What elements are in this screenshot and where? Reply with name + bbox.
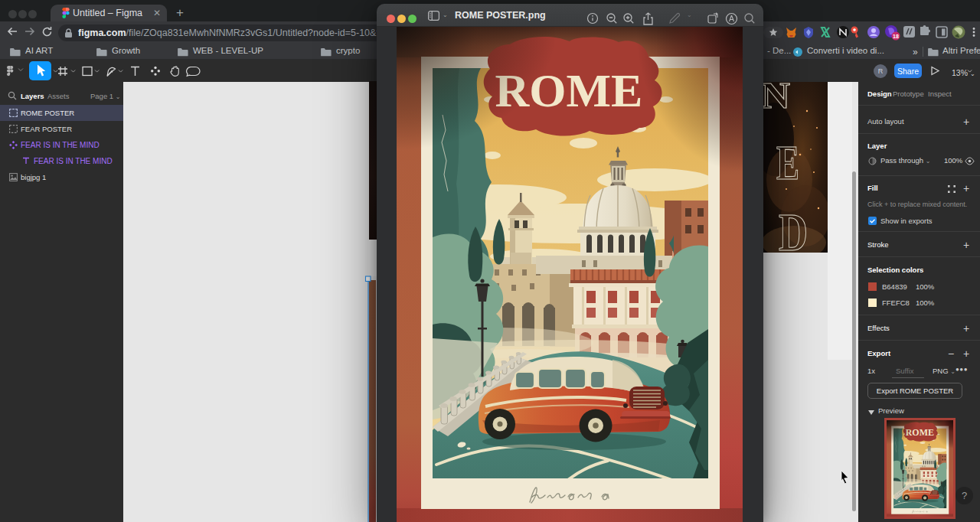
svg-text:»: » [913,47,918,57]
svg-text:D: D [779,203,808,253]
svg-text:18: 18 [893,34,899,39]
svg-text:E: E [776,135,799,190]
svg-text:N: N [763,82,790,116]
